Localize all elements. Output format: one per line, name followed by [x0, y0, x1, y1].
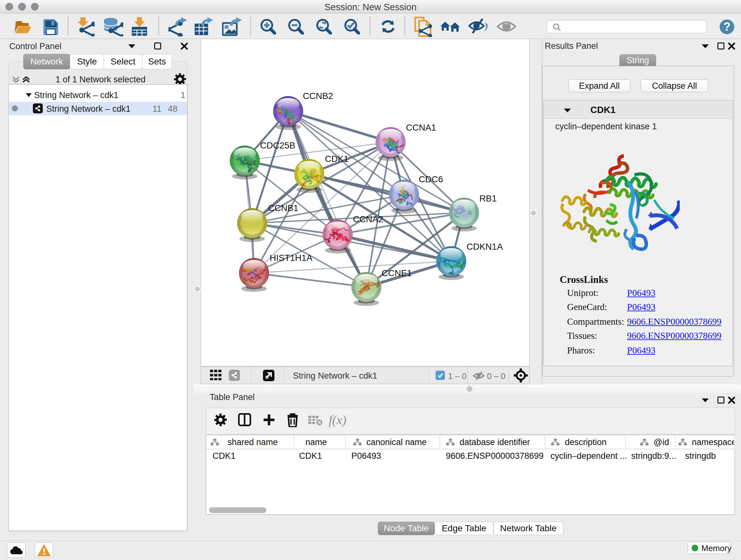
svg-text:CCNB1: CCNB1	[268, 203, 298, 213]
svg-text:CDK1: CDK1	[325, 154, 349, 164]
svg-text:HIST1H1A: HIST1H1A	[270, 253, 313, 263]
svg-text:RB1: RB1	[479, 193, 496, 203]
svg-text:CDC6: CDC6	[419, 174, 443, 184]
svg-text:CCNA2: CCNA2	[353, 214, 383, 224]
svg-text:CDKN1A: CDKN1A	[467, 242, 503, 252]
svg-text:CCNB2: CCNB2	[303, 91, 333, 101]
svg-text:CCNA1: CCNA1	[406, 123, 436, 132]
svg-text:CCNE1: CCNE1	[382, 268, 412, 278]
svg-text:CDC25B: CDC25B	[260, 140, 295, 150]
